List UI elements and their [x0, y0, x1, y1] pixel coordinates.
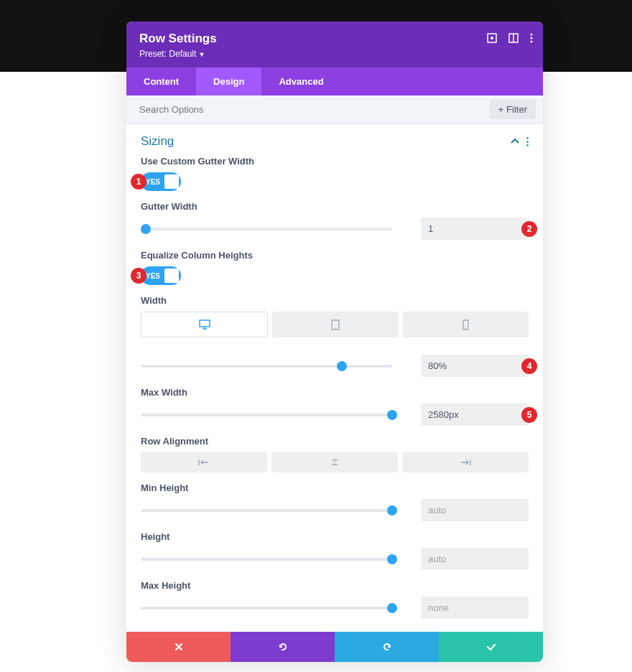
annotation-1: 1 [131, 174, 147, 190]
caret-down-icon: ▼ [198, 51, 205, 58]
annotation-4: 4 [521, 358, 537, 374]
slider-height[interactable] [141, 558, 392, 561]
filter-button[interactable]: + Filter [490, 100, 536, 119]
slider-max-height[interactable] [141, 607, 392, 610]
kebab-menu-icon[interactable] [526, 137, 529, 146]
svg-point-5 [531, 37, 533, 39]
slider-min-height[interactable] [141, 509, 392, 512]
align-center-button[interactable] [271, 452, 398, 472]
check-icon [486, 643, 496, 651]
cancel-button[interactable] [126, 632, 231, 662]
tab-advanced[interactable]: Advanced [261, 67, 340, 95]
kebab-menu-icon[interactable] [530, 33, 533, 43]
desktop-icon [199, 319, 210, 330]
label-width: Width [141, 295, 529, 306]
input-width[interactable] [421, 355, 529, 377]
input-height[interactable] [421, 548, 529, 570]
search-input[interactable] [126, 95, 490, 123]
slider-gutter-width[interactable] [141, 228, 392, 230]
svg-point-14 [335, 327, 336, 329]
redo-icon [382, 642, 392, 652]
search-row: + Filter [126, 95, 543, 124]
annotation-5: 5 [521, 407, 537, 423]
svg-point-8 [526, 141, 529, 143]
svg-point-4 [531, 34, 533, 36]
close-icon [175, 643, 183, 651]
label-row-alignment: Row Alignment [141, 436, 529, 447]
annotation-2: 2 [521, 221, 537, 237]
modal-title: Row Settings [139, 32, 530, 46]
slider-width[interactable] [141, 365, 392, 368]
toggle-equalize-heights[interactable]: YES [141, 266, 181, 285]
phone-icon [463, 319, 469, 330]
undo-icon [278, 642, 288, 652]
chevron-up-icon[interactable] [511, 139, 519, 144]
device-tab-tablet[interactable] [272, 312, 398, 337]
svg-rect-10 [200, 320, 210, 327]
align-right-icon [460, 459, 471, 466]
input-gutter-width[interactable] [421, 218, 529, 240]
toggle-custom-gutter[interactable]: YES [141, 172, 181, 191]
section-header: Sizing [141, 134, 529, 149]
align-right-button[interactable] [402, 452, 529, 472]
annotation-3: 3 [131, 268, 147, 284]
align-left-button[interactable] [141, 452, 267, 472]
label-equalize: Equalize Column Heights [141, 250, 529, 261]
plus-icon: + [498, 104, 504, 115]
row-settings-modal: Row Settings Preset: Default▼ Content De… [126, 22, 543, 662]
expand-icon[interactable] [487, 33, 497, 43]
svg-point-9 [526, 144, 529, 146]
modal-footer [126, 632, 543, 662]
save-button[interactable] [439, 632, 543, 662]
label-gutter-width: Gutter Width [141, 201, 529, 212]
tab-design[interactable]: Design [196, 67, 261, 95]
input-min-height[interactable] [421, 499, 529, 521]
slider-max-width[interactable] [141, 414, 392, 416]
align-center-icon [330, 458, 339, 467]
label-max-width: Max Width [141, 387, 529, 398]
label-height: Height [141, 531, 529, 542]
section-title: Sizing [141, 134, 174, 149]
label-max-height: Max Height [141, 580, 529, 591]
tabs: Content Design Advanced [126, 67, 543, 95]
align-left-icon [198, 459, 210, 466]
redo-button[interactable] [335, 632, 439, 662]
input-max-height[interactable] [421, 597, 529, 619]
preset-selector[interactable]: Preset: Default▼ [139, 49, 530, 59]
device-tab-phone[interactable] [403, 312, 529, 337]
svg-point-6 [531, 41, 533, 43]
tab-content[interactable]: Content [126, 67, 196, 95]
svg-point-1 [491, 37, 493, 39]
modal-header: Row Settings Preset: Default▼ [126, 22, 543, 67]
label-custom-gutter: Use Custom Gutter Width [141, 156, 529, 167]
settings-panel: Sizing Use Custom Gutter Width 1 YES Gut… [126, 124, 543, 632]
device-tab-desktop[interactable] [141, 312, 268, 337]
device-tabs [141, 312, 529, 337]
svg-point-7 [526, 137, 529, 139]
svg-point-16 [465, 327, 466, 328]
alignment-tabs [141, 452, 529, 472]
input-max-width[interactable] [421, 403, 529, 426]
label-min-height: Min Height [141, 482, 529, 493]
undo-button[interactable] [231, 632, 335, 662]
columns-icon[interactable] [508, 33, 519, 43]
tablet-icon [331, 319, 340, 330]
